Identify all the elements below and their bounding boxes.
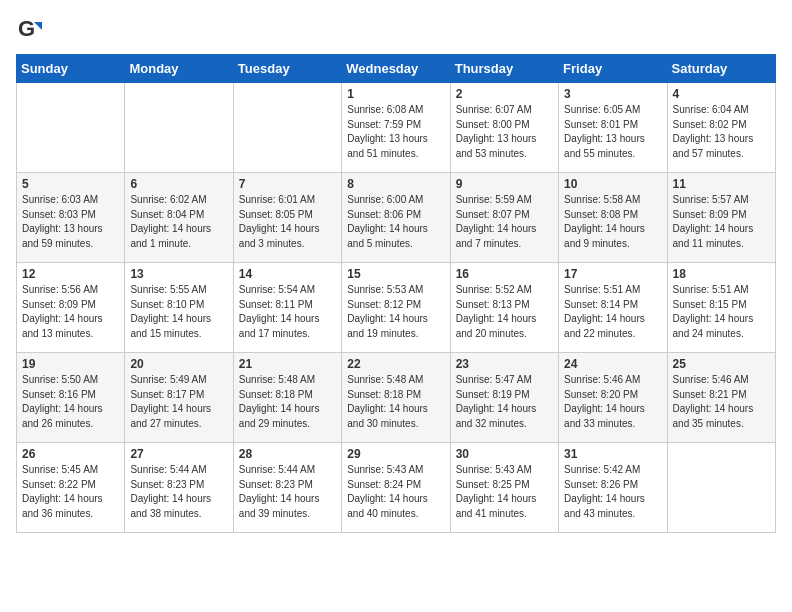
day-info: Sunrise: 5:46 AM Sunset: 8:20 PM Dayligh… (564, 373, 661, 431)
day-info: Sunrise: 6:07 AM Sunset: 8:00 PM Dayligh… (456, 103, 553, 161)
day-number: 24 (564, 357, 661, 371)
day-number: 4 (673, 87, 770, 101)
day-number: 1 (347, 87, 444, 101)
calendar-cell: 1Sunrise: 6:08 AM Sunset: 7:59 PM Daylig… (342, 83, 450, 173)
day-number: 14 (239, 267, 336, 281)
day-info: Sunrise: 5:47 AM Sunset: 8:19 PM Dayligh… (456, 373, 553, 431)
day-number: 15 (347, 267, 444, 281)
day-number: 21 (239, 357, 336, 371)
calendar-cell (667, 443, 775, 533)
day-info: Sunrise: 5:51 AM Sunset: 8:15 PM Dayligh… (673, 283, 770, 341)
day-info: Sunrise: 6:01 AM Sunset: 8:05 PM Dayligh… (239, 193, 336, 251)
day-number: 20 (130, 357, 227, 371)
calendar-cell: 13Sunrise: 5:55 AM Sunset: 8:10 PM Dayli… (125, 263, 233, 353)
day-number: 5 (22, 177, 119, 191)
day-info: Sunrise: 5:43 AM Sunset: 8:25 PM Dayligh… (456, 463, 553, 521)
logo: G (16, 16, 48, 44)
day-number: 28 (239, 447, 336, 461)
calendar-cell (233, 83, 341, 173)
day-info: Sunrise: 5:59 AM Sunset: 8:07 PM Dayligh… (456, 193, 553, 251)
header-monday: Monday (125, 55, 233, 83)
calendar-cell: 23Sunrise: 5:47 AM Sunset: 8:19 PM Dayli… (450, 353, 558, 443)
day-info: Sunrise: 5:42 AM Sunset: 8:26 PM Dayligh… (564, 463, 661, 521)
calendar-week-3: 12Sunrise: 5:56 AM Sunset: 8:09 PM Dayli… (17, 263, 776, 353)
svg-marker-1 (34, 22, 42, 30)
day-info: Sunrise: 6:05 AM Sunset: 8:01 PM Dayligh… (564, 103, 661, 161)
calendar-cell: 3Sunrise: 6:05 AM Sunset: 8:01 PM Daylig… (559, 83, 667, 173)
calendar-cell: 24Sunrise: 5:46 AM Sunset: 8:20 PM Dayli… (559, 353, 667, 443)
day-number: 6 (130, 177, 227, 191)
header-friday: Friday (559, 55, 667, 83)
calendar-cell: 5Sunrise: 6:03 AM Sunset: 8:03 PM Daylig… (17, 173, 125, 263)
day-number: 17 (564, 267, 661, 281)
day-number: 30 (456, 447, 553, 461)
day-info: Sunrise: 5:46 AM Sunset: 8:21 PM Dayligh… (673, 373, 770, 431)
day-number: 26 (22, 447, 119, 461)
calendar-cell: 22Sunrise: 5:48 AM Sunset: 8:18 PM Dayli… (342, 353, 450, 443)
day-number: 10 (564, 177, 661, 191)
calendar-cell: 27Sunrise: 5:44 AM Sunset: 8:23 PM Dayli… (125, 443, 233, 533)
day-number: 29 (347, 447, 444, 461)
calendar-cell: 26Sunrise: 5:45 AM Sunset: 8:22 PM Dayli… (17, 443, 125, 533)
calendar-cell: 29Sunrise: 5:43 AM Sunset: 8:24 PM Dayli… (342, 443, 450, 533)
day-number: 9 (456, 177, 553, 191)
calendar-week-1: 1Sunrise: 6:08 AM Sunset: 7:59 PM Daylig… (17, 83, 776, 173)
calendar-week-2: 5Sunrise: 6:03 AM Sunset: 8:03 PM Daylig… (17, 173, 776, 263)
calendar-cell: 11Sunrise: 5:57 AM Sunset: 8:09 PM Dayli… (667, 173, 775, 263)
day-number: 18 (673, 267, 770, 281)
day-info: Sunrise: 5:49 AM Sunset: 8:17 PM Dayligh… (130, 373, 227, 431)
day-info: Sunrise: 5:55 AM Sunset: 8:10 PM Dayligh… (130, 283, 227, 341)
day-number: 13 (130, 267, 227, 281)
day-info: Sunrise: 6:02 AM Sunset: 8:04 PM Dayligh… (130, 193, 227, 251)
day-info: Sunrise: 5:45 AM Sunset: 8:22 PM Dayligh… (22, 463, 119, 521)
day-info: Sunrise: 5:54 AM Sunset: 8:11 PM Dayligh… (239, 283, 336, 341)
day-number: 25 (673, 357, 770, 371)
day-number: 23 (456, 357, 553, 371)
day-info: Sunrise: 5:44 AM Sunset: 8:23 PM Dayligh… (239, 463, 336, 521)
calendar-cell: 17Sunrise: 5:51 AM Sunset: 8:14 PM Dayli… (559, 263, 667, 353)
day-info: Sunrise: 5:57 AM Sunset: 8:09 PM Dayligh… (673, 193, 770, 251)
calendar-cell (17, 83, 125, 173)
calendar-cell: 19Sunrise: 5:50 AM Sunset: 8:16 PM Dayli… (17, 353, 125, 443)
svg-text:G: G (18, 16, 35, 41)
calendar-cell: 6Sunrise: 6:02 AM Sunset: 8:04 PM Daylig… (125, 173, 233, 263)
calendar-cell: 8Sunrise: 6:00 AM Sunset: 8:06 PM Daylig… (342, 173, 450, 263)
header-saturday: Saturday (667, 55, 775, 83)
calendar-cell: 4Sunrise: 6:04 AM Sunset: 8:02 PM Daylig… (667, 83, 775, 173)
calendar-cell: 14Sunrise: 5:54 AM Sunset: 8:11 PM Dayli… (233, 263, 341, 353)
header-wednesday: Wednesday (342, 55, 450, 83)
calendar-week-5: 26Sunrise: 5:45 AM Sunset: 8:22 PM Dayli… (17, 443, 776, 533)
calendar-cell: 10Sunrise: 5:58 AM Sunset: 8:08 PM Dayli… (559, 173, 667, 263)
calendar-cell: 30Sunrise: 5:43 AM Sunset: 8:25 PM Dayli… (450, 443, 558, 533)
logo-icon: G (16, 16, 44, 44)
day-info: Sunrise: 5:56 AM Sunset: 8:09 PM Dayligh… (22, 283, 119, 341)
day-number: 16 (456, 267, 553, 281)
calendar-cell (125, 83, 233, 173)
header-thursday: Thursday (450, 55, 558, 83)
calendar-cell: 20Sunrise: 5:49 AM Sunset: 8:17 PM Dayli… (125, 353, 233, 443)
calendar-cell: 21Sunrise: 5:48 AM Sunset: 8:18 PM Dayli… (233, 353, 341, 443)
calendar-table: SundayMondayTuesdayWednesdayThursdayFrid… (16, 54, 776, 533)
day-info: Sunrise: 6:04 AM Sunset: 8:02 PM Dayligh… (673, 103, 770, 161)
day-info: Sunrise: 5:50 AM Sunset: 8:16 PM Dayligh… (22, 373, 119, 431)
day-info: Sunrise: 6:08 AM Sunset: 7:59 PM Dayligh… (347, 103, 444, 161)
day-info: Sunrise: 5:44 AM Sunset: 8:23 PM Dayligh… (130, 463, 227, 521)
calendar-cell: 12Sunrise: 5:56 AM Sunset: 8:09 PM Dayli… (17, 263, 125, 353)
day-info: Sunrise: 5:51 AM Sunset: 8:14 PM Dayligh… (564, 283, 661, 341)
calendar-cell: 18Sunrise: 5:51 AM Sunset: 8:15 PM Dayli… (667, 263, 775, 353)
calendar-cell: 28Sunrise: 5:44 AM Sunset: 8:23 PM Dayli… (233, 443, 341, 533)
calendar-cell: 2Sunrise: 6:07 AM Sunset: 8:00 PM Daylig… (450, 83, 558, 173)
calendar-cell: 7Sunrise: 6:01 AM Sunset: 8:05 PM Daylig… (233, 173, 341, 263)
calendar-cell: 31Sunrise: 5:42 AM Sunset: 8:26 PM Dayli… (559, 443, 667, 533)
page-header: G (16, 16, 776, 44)
day-number: 8 (347, 177, 444, 191)
day-info: Sunrise: 6:03 AM Sunset: 8:03 PM Dayligh… (22, 193, 119, 251)
calendar-header-row: SundayMondayTuesdayWednesdayThursdayFrid… (17, 55, 776, 83)
day-info: Sunrise: 5:48 AM Sunset: 8:18 PM Dayligh… (347, 373, 444, 431)
day-info: Sunrise: 5:53 AM Sunset: 8:12 PM Dayligh… (347, 283, 444, 341)
day-number: 19 (22, 357, 119, 371)
day-info: Sunrise: 5:58 AM Sunset: 8:08 PM Dayligh… (564, 193, 661, 251)
day-number: 22 (347, 357, 444, 371)
calendar-cell: 16Sunrise: 5:52 AM Sunset: 8:13 PM Dayli… (450, 263, 558, 353)
calendar-cell: 9Sunrise: 5:59 AM Sunset: 8:07 PM Daylig… (450, 173, 558, 263)
